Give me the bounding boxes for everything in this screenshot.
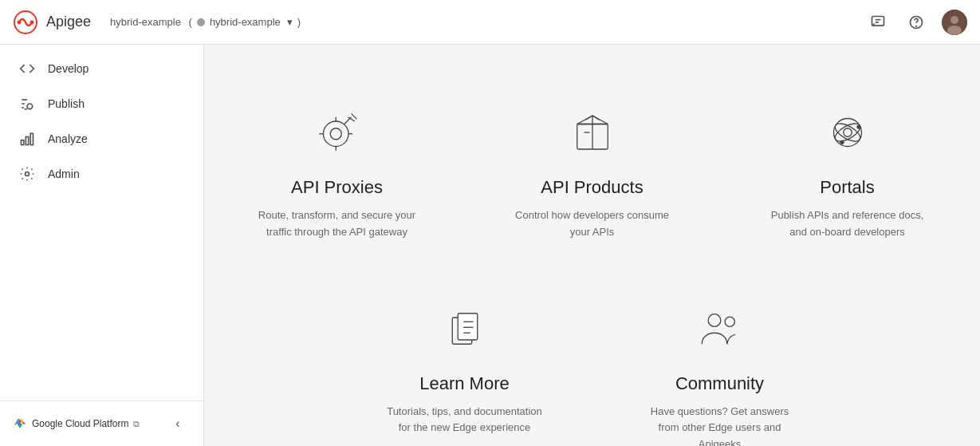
api-products-title: API Products xyxy=(541,177,643,198)
api-proxies-title: API Proxies xyxy=(291,177,383,198)
card-learn-more[interactable]: Learn More Tutorials, tips, and document… xyxy=(337,273,592,446)
publish-icon xyxy=(19,96,35,112)
gcp-link[interactable]: Google Cloud Platform ⧉ xyxy=(13,416,140,431)
svg-rect-16 xyxy=(22,140,24,145)
card-api-products[interactable]: API Products Control how developers cons… xyxy=(465,77,720,273)
svg-point-38 xyxy=(840,140,844,144)
help-icon xyxy=(908,14,924,30)
learn-more-desc: Tutorials, tips, and documentation for t… xyxy=(385,404,545,437)
help-button[interactable] xyxy=(903,10,929,35)
svg-point-37 xyxy=(856,124,860,128)
cards-row-2: Learn More Tutorials, tips, and document… xyxy=(337,273,848,446)
analyze-icon xyxy=(19,131,35,147)
portals-title: Portals xyxy=(820,177,874,198)
community-title: Community xyxy=(675,373,764,394)
svg-point-34 xyxy=(843,128,852,137)
gcp-logo-icon xyxy=(13,416,27,431)
card-api-proxies[interactable]: API Proxies Route, transform, and secure… xyxy=(210,77,465,273)
apigee-logo-icon xyxy=(13,10,38,35)
sidebar-item-analyze[interactable]: Analyze xyxy=(0,121,203,156)
topbar-actions xyxy=(865,10,967,35)
portals-icon xyxy=(816,101,880,164)
sidebar-item-admin[interactable]: Admin xyxy=(0,156,203,191)
card-community[interactable]: Community Have questions? Get answers fr… xyxy=(592,273,848,446)
cards-row-1: API Proxies Route, transform, and secure… xyxy=(210,77,975,273)
community-icon xyxy=(688,297,752,361)
api-products-icon xyxy=(561,101,624,164)
project-selector[interactable]: hybrid-example ( hybrid-example ▾ ) xyxy=(110,16,301,28)
project-org: hybrid-example xyxy=(210,16,281,28)
sidebar-nav: Develop Publish xyxy=(0,45,203,401)
svg-point-10 xyxy=(947,26,962,35)
project-separator: ( xyxy=(186,16,192,28)
main-content: API Proxies Route, transform, and secure… xyxy=(204,45,980,446)
avatar-image xyxy=(942,10,967,35)
project-name: hybrid-example xyxy=(110,16,181,28)
sidebar-collapse-button[interactable]: ‹ xyxy=(165,411,191,436)
svg-rect-40 xyxy=(458,313,478,339)
brand-name: Apigee xyxy=(46,14,91,30)
svg-point-7 xyxy=(916,26,917,26)
external-link-icon: ⧉ xyxy=(133,419,140,429)
card-portals[interactable]: Portals Publish APIs and reference docs,… xyxy=(720,77,975,273)
svg-rect-17 xyxy=(26,137,28,145)
community-desc: Have questions? Get answers from other E… xyxy=(640,404,800,446)
user-avatar[interactable] xyxy=(942,10,967,35)
svg-point-19 xyxy=(26,172,30,176)
sidebar: Develop Publish xyxy=(0,45,204,446)
svg-point-21 xyxy=(330,128,341,140)
gcp-label: Google Cloud Platform xyxy=(32,418,128,429)
learn-more-title: Learn More xyxy=(419,373,510,394)
feedback-button[interactable] xyxy=(865,10,891,35)
sidebar-item-develop-label: Develop xyxy=(48,62,89,75)
sidebar-item-publish-label: Publish xyxy=(48,97,85,110)
develop-icon xyxy=(19,61,35,77)
main-layout: Develop Publish xyxy=(0,45,980,446)
collapse-icon: ‹ xyxy=(175,416,179,431)
sidebar-item-develop[interactable]: Develop xyxy=(0,51,203,86)
svg-line-24 xyxy=(351,113,356,119)
api-proxies-icon xyxy=(305,101,369,164)
svg-rect-18 xyxy=(30,133,33,144)
admin-icon xyxy=(19,166,35,182)
app-logo: Apigee xyxy=(13,10,91,35)
api-products-desc: Control how developers consume your APIs xyxy=(513,207,672,241)
sidebar-item-publish[interactable]: Publish xyxy=(0,86,203,121)
svg-point-1 xyxy=(18,20,22,24)
topbar: Apigee hybrid-example ( hybrid-example ▾… xyxy=(0,0,980,45)
portals-desc: Publish APIs and reference docs, and on-… xyxy=(768,207,927,241)
project-chevron-icon: ▾ xyxy=(287,16,293,28)
learn-more-icon xyxy=(433,297,497,361)
svg-point-2 xyxy=(30,20,34,24)
svg-point-13 xyxy=(27,104,33,109)
sidebar-bottom: Google Cloud Platform ⧉ ‹ xyxy=(0,401,203,446)
project-status-dot xyxy=(197,18,205,26)
svg-point-20 xyxy=(323,121,348,147)
sidebar-item-admin-label: Admin xyxy=(48,168,80,180)
svg-point-45 xyxy=(725,317,734,326)
svg-point-44 xyxy=(708,314,721,326)
svg-point-9 xyxy=(950,16,958,24)
sidebar-item-analyze-label: Analyze xyxy=(48,132,88,145)
api-proxies-desc: Route, transform, and secure your traffi… xyxy=(258,207,417,241)
feedback-icon xyxy=(870,14,886,30)
